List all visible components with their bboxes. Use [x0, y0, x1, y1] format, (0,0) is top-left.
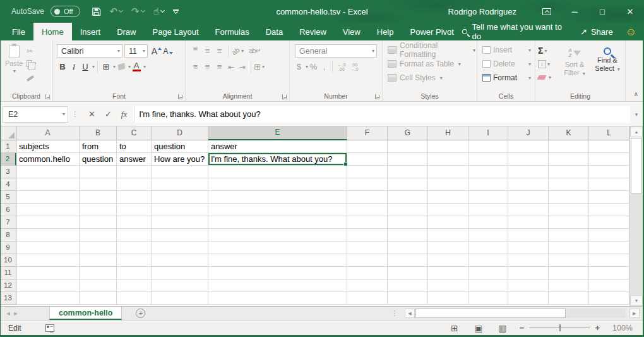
- row-header-9[interactable]: 9: [0, 242, 16, 254]
- copy-button[interactable]: ▾: [27, 58, 36, 69]
- align-left-button[interactable]: ≡: [189, 62, 201, 71]
- cell-B7[interactable]: [80, 216, 117, 229]
- cell-F5[interactable]: [347, 191, 388, 204]
- cell-I2[interactable]: [468, 153, 508, 166]
- cell-B5[interactable]: [80, 191, 117, 204]
- cell-A7[interactable]: [16, 216, 80, 229]
- row-header-7[interactable]: 7: [0, 216, 16, 229]
- italic-button[interactable]: I: [68, 61, 80, 73]
- cell-A2[interactable]: common.hello: [16, 153, 80, 166]
- paste-dropdown-icon[interactable]: ▾: [13, 68, 16, 74]
- number-format-dropdown-icon[interactable]: ▾: [372, 48, 374, 54]
- cell-F2[interactable]: [347, 153, 388, 166]
- cell-D10[interactable]: [152, 254, 208, 267]
- scroll-up-button[interactable]: ▲: [630, 126, 643, 137]
- cell-B10[interactable]: [80, 254, 117, 267]
- collapse-ribbon-button[interactable]: ∧: [634, 90, 638, 97]
- cell-G9[interactable]: [388, 242, 428, 254]
- vertical-scrollbar-thumb[interactable]: [631, 138, 642, 193]
- cell-L12[interactable]: [589, 279, 629, 292]
- cell-F6[interactable]: [347, 204, 388, 216]
- cell-A6[interactable]: [16, 204, 80, 216]
- tab-review[interactable]: Review: [291, 23, 335, 40]
- scroll-left-button[interactable]: ◀: [405, 309, 415, 318]
- cell-F10[interactable]: [347, 254, 388, 267]
- cell-C11[interactable]: [117, 267, 152, 279]
- tab-page-layout[interactable]: Page Layout: [145, 23, 207, 40]
- cell-C12[interactable]: [117, 279, 152, 292]
- row-header-12[interactable]: 12: [0, 279, 16, 292]
- zoom-slider[interactable]: [529, 328, 590, 328]
- format-painter-button[interactable]: [27, 71, 36, 82]
- cell-E12[interactable]: [208, 279, 347, 292]
- feedback-smiley-icon[interactable]: ☺: [626, 27, 636, 37]
- cell-L5[interactable]: [589, 191, 629, 204]
- column-header-A[interactable]: A: [16, 126, 80, 140]
- orientation-button[interactable]: ab: [230, 46, 241, 56]
- paste-button[interactable]: Paste ▾: [1, 43, 27, 85]
- cell-C13[interactable]: [117, 292, 152, 305]
- cell-A1[interactable]: subjects: [16, 140, 80, 153]
- font-color-dropdown-icon[interactable]: ▾: [143, 64, 146, 70]
- cell-J2[interactable]: [508, 153, 549, 166]
- view-page-break-button[interactable]: ▥: [491, 323, 515, 333]
- cell-D3[interactable]: [152, 166, 208, 178]
- name-box[interactable]: E2 ▾: [3, 106, 68, 123]
- cell-A8[interactable]: [16, 229, 80, 242]
- column-header-J[interactable]: J: [508, 126, 549, 140]
- cell-C9[interactable]: [117, 242, 152, 254]
- comma-style-button[interactable]: ,: [319, 62, 330, 71]
- cell-G8[interactable]: [388, 229, 428, 242]
- column-header-D[interactable]: D: [152, 126, 208, 140]
- zoom-level[interactable]: 100%: [605, 324, 633, 333]
- cancel-button[interactable]: ✕: [88, 109, 95, 119]
- tab-file[interactable]: File: [4, 23, 33, 40]
- row-header-8[interactable]: 8: [0, 229, 16, 242]
- row-header-11[interactable]: 11: [0, 267, 16, 279]
- cell-H6[interactable]: [428, 204, 468, 216]
- view-page-layout-button[interactable]: ▣: [467, 323, 491, 333]
- cell-L10[interactable]: [589, 254, 629, 267]
- cell-L1[interactable]: [589, 140, 629, 153]
- vertical-scrollbar[interactable]: ▲ ▼: [629, 126, 643, 306]
- cell-J9[interactable]: [508, 242, 549, 254]
- cell-J5[interactable]: [508, 191, 549, 204]
- cell-E8[interactable]: [208, 229, 347, 242]
- cell-C2[interactable]: answer: [117, 153, 152, 166]
- cell-E3[interactable]: [208, 166, 347, 178]
- font-color-button[interactable]: A: [131, 61, 142, 73]
- cell-C5[interactable]: [117, 191, 152, 204]
- cell-K9[interactable]: [549, 242, 589, 254]
- cell-H13[interactable]: [428, 292, 468, 305]
- cell-E1[interactable]: answer: [208, 140, 347, 153]
- cell-D13[interactable]: [152, 292, 208, 305]
- number-dialog-launcher[interactable]: [375, 94, 380, 99]
- cell-J13[interactable]: [508, 292, 549, 305]
- tab-home[interactable]: Home: [33, 23, 72, 40]
- cut-button[interactable]: ✂: [27, 46, 36, 56]
- cell-D12[interactable]: [152, 279, 208, 292]
- column-header-C[interactable]: C: [117, 126, 152, 140]
- sheet-nav-right-button[interactable]: ▸: [8, 307, 24, 320]
- cell-B12[interactable]: [80, 279, 117, 292]
- align-right-button[interactable]: ≡: [213, 62, 225, 71]
- cell-D9[interactable]: [152, 242, 208, 254]
- column-header-B[interactable]: B: [80, 126, 117, 140]
- cell-K7[interactable]: [549, 216, 589, 229]
- cell-F11[interactable]: [347, 267, 388, 279]
- new-sheet-button[interactable]: +: [136, 309, 145, 318]
- cell-G1[interactable]: [388, 140, 428, 153]
- align-top-button[interactable]: ≡: [189, 46, 201, 56]
- cell-C10[interactable]: [117, 254, 152, 267]
- cell-H7[interactable]: [428, 216, 468, 229]
- cell-C1[interactable]: to: [117, 140, 152, 153]
- cell-K11[interactable]: [549, 267, 589, 279]
- cell-F3[interactable]: [347, 166, 388, 178]
- autosave-toggle[interactable]: Off: [51, 6, 80, 17]
- column-header-G[interactable]: G: [388, 126, 428, 140]
- select-all-button[interactable]: [0, 126, 16, 140]
- row-header-1[interactable]: 1: [0, 140, 16, 153]
- column-header-H[interactable]: H: [428, 126, 468, 140]
- cell-I12[interactable]: [468, 279, 508, 292]
- cell-I13[interactable]: [468, 292, 508, 305]
